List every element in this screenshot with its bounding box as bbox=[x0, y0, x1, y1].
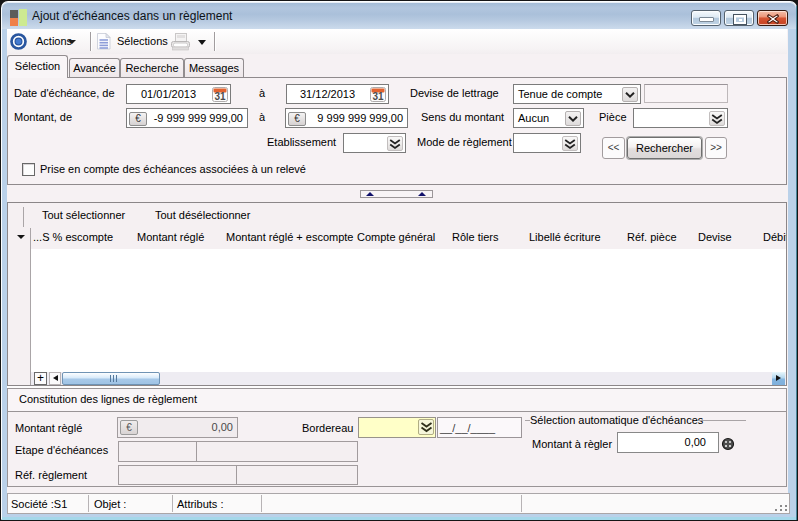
svg-text:31: 31 bbox=[372, 91, 384, 102]
svg-text:31: 31 bbox=[214, 91, 226, 102]
